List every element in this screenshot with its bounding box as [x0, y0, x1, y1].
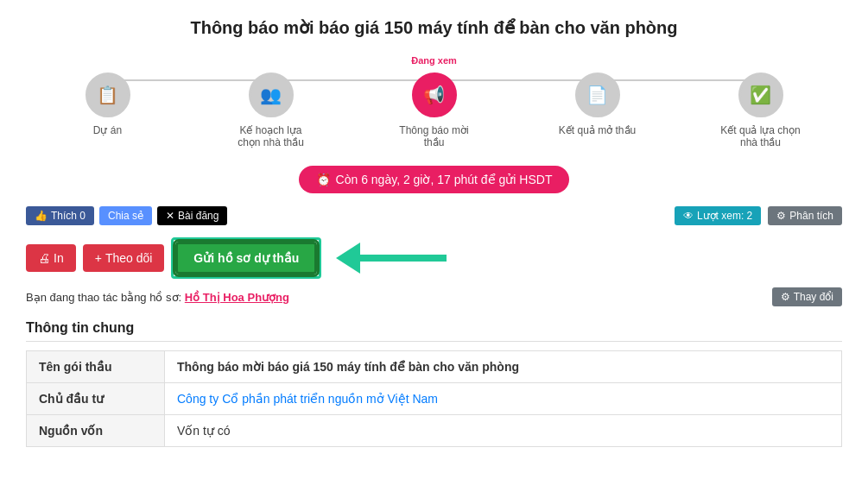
step-circle-2: 👥 [249, 72, 294, 117]
table-row: Tên gói thầu Thông báo mời báo giá 150 m… [27, 351, 842, 383]
step-name-5: Kết quả lựa chọn nhà thầu [718, 124, 804, 148]
settings-icon: ⚙ [781, 291, 790, 303]
facebook-like-button[interactable]: 👍 Thích 0 [26, 206, 94, 225]
step-du-an: x 📋 Dự án [26, 55, 189, 136]
table-value-2: Vốn tự có [165, 415, 842, 447]
post-button[interactable]: ✕ Bài đăng [157, 206, 227, 225]
step-thong-bao: Đang xem 📢 Thông báo mời thầu [352, 55, 516, 148]
table-row: Nguồn vốn Vốn tự có [27, 415, 842, 447]
profile-text-left: Bạn đang thao tác bằng hồ sơ: Hồ Thị Hoa… [26, 291, 289, 304]
table-label-0: Tên gói thầu [27, 351, 165, 383]
step-icon-1: 📋 [97, 85, 118, 105]
post-label: Bài đăng [178, 210, 219, 222]
stepper: x 📋 Dự án x 👥 Kế hoạch lựa chọn nhà thầu… [26, 55, 842, 148]
table-value-text-0: Thông báo mời báo giá 150 máy tính để bà… [177, 360, 519, 374]
submit-label: Gửi hồ sơ dự thầu [193, 251, 299, 265]
step-circle-3: 📢 [412, 72, 457, 117]
x-icon: ✕ [166, 210, 174, 222]
step-name-1: Dự án [93, 124, 122, 136]
page-title: Thông báo mời báo giá 150 máy tính để bà… [26, 17, 842, 38]
share-button[interactable]: Chia sẻ [99, 206, 152, 225]
countdown-icon: ⏰ [316, 173, 331, 186]
print-label: In [54, 251, 64, 265]
table-row: Chủ đầu tư Công ty Cổ phần phát triển ng… [27, 383, 842, 415]
views-label: Lượt xem: 2 [697, 210, 752, 222]
investor-link[interactable]: Công ty Cổ phần phát triển nguồn mở Việt… [177, 392, 438, 406]
change-profile-button[interactable]: ⚙ Thay đổi [772, 287, 842, 306]
profile-text-before: Bạn đang thao tác bằng hồ sơ: [26, 291, 181, 304]
countdown-badge: ⏰ Còn 6 ngày, 2 giờ, 17 phút để gửi HSDT [299, 166, 570, 193]
print-button[interactable]: 🖨 In [26, 244, 76, 272]
step-name-4: Kết quả mở thầu [559, 124, 636, 136]
plus-icon: + [95, 251, 102, 265]
fb-icon: 👍 [35, 210, 48, 222]
table-value-0: Thông báo mời báo giá 150 máy tính để bà… [165, 351, 842, 383]
table-label-1: Chủ đầu tư [27, 383, 165, 415]
analyze-button[interactable]: ⚙ Phân tích [768, 206, 842, 225]
social-right: 👁 Lượt xem: 2 ⚙ Phân tích [675, 206, 842, 225]
submit-button[interactable]: Gửi hồ sơ dự thầu [175, 242, 317, 274]
profile-row: Bạn đang thao tác bằng hồ sơ: Hồ Thị Hoa… [26, 287, 842, 306]
arrow-head [336, 243, 360, 274]
countdown-bar: ⏰ Còn 6 ngày, 2 giờ, 17 phút để gửi HSDT [26, 166, 842, 193]
submit-wrapper: Gửi hồ sơ dự thầu [171, 237, 321, 279]
profile-name: Hồ Thị Hoa Phượng [185, 291, 289, 304]
step-icon-2: 👥 [260, 85, 282, 105]
step-ke-hoach: x 👥 Kế hoạch lựa chọn nhà thầu [189, 55, 352, 148]
social-bar: 👍 Thích 0 Chia sẻ ✕ Bài đăng 👁 Lượt xem:… [26, 206, 842, 225]
arrow-container [337, 243, 447, 274]
table-label-2: Nguồn vốn [27, 415, 165, 447]
step-icon-3: 📢 [423, 85, 445, 105]
info-table: Tên gói thầu Thông báo mời báo giá 150 m… [26, 350, 842, 447]
info-section-title: Thông tin chung [26, 320, 842, 342]
step-ket-qua-mo: x 📄 Kết quả mở thầu [516, 55, 679, 136]
gear-icon: ⚙ [776, 210, 786, 222]
step-name-3: Thông báo mời thầu [391, 124, 478, 148]
printer-icon: 🖨 [38, 251, 50, 265]
step-name-2: Kế hoạch lựa chọn nhà thầu [228, 124, 314, 148]
step-circle-1: 📋 [86, 72, 130, 117]
fb-like-label: Thích 0 [51, 210, 86, 222]
step-current-label: Đang xem [411, 55, 457, 69]
action-row: 🖨 In + Theo dõi Gửi hồ sơ dự thầu [26, 237, 842, 279]
step-icon-4: 📄 [586, 85, 608, 105]
share-label: Chia sẻ [108, 210, 143, 222]
step-icon-5: ✅ [750, 85, 771, 105]
table-value-1: Công ty Cổ phần phát triển nguồn mở Việt… [165, 383, 842, 415]
change-label: Thay đổi [794, 291, 833, 303]
page-wrapper: Thông báo mời báo giá 150 máy tính để bà… [0, 0, 868, 464]
step-circle-5: ✅ [738, 72, 783, 117]
step-ket-qua-lua-chon: x ✅ Kết quả lựa chọn nhà thầu [679, 55, 842, 148]
follow-label: Theo dõi [105, 251, 152, 265]
follow-button[interactable]: + Theo dõi [83, 244, 165, 272]
views-button[interactable]: 👁 Lượt xem: 2 [675, 206, 761, 225]
social-left: 👍 Thích 0 Chia sẻ ✕ Bài đăng [26, 206, 227, 225]
step-circle-4: 📄 [575, 72, 620, 117]
eye-icon: 👁 [683, 210, 694, 222]
countdown-text: Còn 6 ngày, 2 giờ, 17 phút để gửi HSDT [336, 173, 553, 186]
arrow-body [360, 255, 447, 262]
analyze-label: Phân tích [789, 210, 833, 222]
